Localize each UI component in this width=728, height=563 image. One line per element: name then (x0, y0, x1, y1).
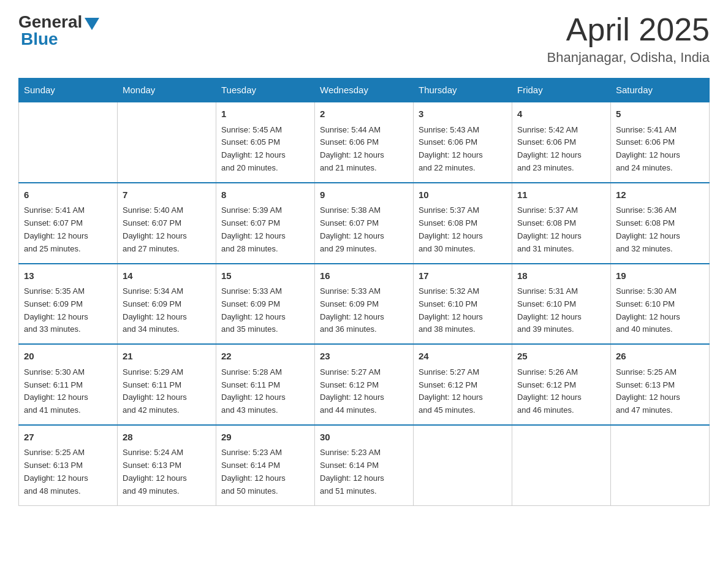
day-info: Sunrise: 5:29 AMSunset: 6:11 PMDaylight:… (123, 366, 211, 417)
calendar-cell: 12Sunrise: 5:36 AMSunset: 6:08 PMDayligh… (611, 183, 710, 264)
calendar-cell: 15Sunrise: 5:33 AMSunset: 6:09 PMDayligh… (216, 264, 315, 345)
day-info: Sunrise: 5:37 AMSunset: 6:08 PMDaylight:… (419, 204, 507, 255)
calendar-cell: 23Sunrise: 5:27 AMSunset: 6:12 PMDayligh… (315, 344, 414, 425)
day-number: 10 (419, 188, 507, 202)
day-number: 9 (320, 188, 408, 202)
day-info: Sunrise: 5:44 AMSunset: 6:06 PMDaylight:… (320, 124, 408, 175)
day-info: Sunrise: 5:33 AMSunset: 6:09 PMDaylight:… (320, 285, 408, 336)
day-number: 24 (419, 350, 507, 364)
day-info: Sunrise: 5:28 AMSunset: 6:11 PMDaylight:… (221, 366, 309, 417)
day-info: Sunrise: 5:32 AMSunset: 6:10 PMDaylight:… (419, 285, 507, 336)
calendar-cell: 6Sunrise: 5:41 AMSunset: 6:07 PMDaylight… (19, 183, 118, 264)
day-number: 30 (320, 431, 408, 445)
day-number: 12 (616, 188, 704, 202)
calendar-week-row: 1Sunrise: 5:45 AMSunset: 6:05 PMDaylight… (19, 102, 710, 183)
calendar-cell: 8Sunrise: 5:39 AMSunset: 6:07 PMDaylight… (216, 183, 315, 264)
weekday-header-monday: Monday (118, 79, 216, 102)
day-info: Sunrise: 5:40 AMSunset: 6:07 PMDaylight:… (123, 204, 211, 255)
calendar-cell: 21Sunrise: 5:29 AMSunset: 6:11 PMDayligh… (118, 344, 216, 425)
day-number: 28 (123, 431, 211, 445)
calendar-cell: 29Sunrise: 5:23 AMSunset: 6:14 PMDayligh… (216, 425, 315, 505)
calendar-cell: 7Sunrise: 5:40 AMSunset: 6:07 PMDaylight… (118, 183, 216, 264)
weekday-header-tuesday: Tuesday (216, 79, 315, 102)
day-info: Sunrise: 5:42 AMSunset: 6:06 PMDaylight:… (517, 124, 605, 175)
calendar-cell: 25Sunrise: 5:26 AMSunset: 6:12 PMDayligh… (512, 344, 611, 425)
day-number: 26 (616, 350, 704, 364)
calendar-cell: 24Sunrise: 5:27 AMSunset: 6:12 PMDayligh… (414, 344, 512, 425)
calendar-week-row: 20Sunrise: 5:30 AMSunset: 6:11 PMDayligh… (19, 344, 710, 425)
calendar-cell: 26Sunrise: 5:25 AMSunset: 6:13 PMDayligh… (611, 344, 710, 425)
calendar-cell: 9Sunrise: 5:38 AMSunset: 6:07 PMDaylight… (315, 183, 414, 264)
calendar-cell: 30Sunrise: 5:23 AMSunset: 6:14 PMDayligh… (315, 425, 414, 505)
calendar-cell: 18Sunrise: 5:31 AMSunset: 6:10 PMDayligh… (512, 264, 611, 345)
logo-blue-text: Blue (21, 29, 58, 49)
day-info: Sunrise: 5:30 AMSunset: 6:11 PMDaylight:… (24, 366, 112, 417)
calendar-cell: 1Sunrise: 5:45 AMSunset: 6:05 PMDaylight… (216, 102, 315, 183)
day-info: Sunrise: 5:27 AMSunset: 6:12 PMDaylight:… (419, 366, 507, 417)
day-info: Sunrise: 5:34 AMSunset: 6:09 PMDaylight:… (123, 285, 211, 336)
day-info: Sunrise: 5:25 AMSunset: 6:13 PMDaylight:… (24, 446, 112, 497)
day-info: Sunrise: 5:45 AMSunset: 6:05 PMDaylight:… (221, 124, 309, 175)
weekday-header-sunday: Sunday (19, 79, 118, 102)
calendar-cell: 11Sunrise: 5:37 AMSunset: 6:08 PMDayligh… (512, 183, 611, 264)
calendar-cell (512, 425, 611, 505)
day-info: Sunrise: 5:43 AMSunset: 6:06 PMDaylight:… (419, 124, 507, 175)
day-number: 8 (221, 188, 309, 202)
calendar-cell: 17Sunrise: 5:32 AMSunset: 6:10 PMDayligh… (414, 264, 512, 345)
day-info: Sunrise: 5:38 AMSunset: 6:07 PMDaylight:… (320, 204, 408, 255)
day-number: 13 (24, 269, 112, 283)
day-info: Sunrise: 5:24 AMSunset: 6:13 PMDaylight:… (123, 446, 211, 497)
day-info: Sunrise: 5:41 AMSunset: 6:06 PMDaylight:… (616, 124, 704, 175)
logo-arrow-icon (85, 18, 99, 30)
calendar-cell (118, 102, 216, 183)
calendar-cell: 10Sunrise: 5:37 AMSunset: 6:08 PMDayligh… (414, 183, 512, 264)
calendar-cell: 20Sunrise: 5:30 AMSunset: 6:11 PMDayligh… (19, 344, 118, 425)
weekday-header-saturday: Saturday (611, 79, 710, 102)
day-info: Sunrise: 5:39 AMSunset: 6:07 PMDaylight:… (221, 204, 309, 255)
day-info: Sunrise: 5:41 AMSunset: 6:07 PMDaylight:… (24, 204, 112, 255)
day-number: 2 (320, 107, 408, 121)
calendar-week-row: 6Sunrise: 5:41 AMSunset: 6:07 PMDaylight… (19, 183, 710, 264)
day-number: 21 (123, 350, 211, 364)
day-number: 20 (24, 350, 112, 364)
month-title: April 2025 (547, 12, 710, 47)
day-number: 16 (320, 269, 408, 283)
day-info: Sunrise: 5:37 AMSunset: 6:08 PMDaylight:… (517, 204, 605, 255)
calendar-cell (19, 102, 118, 183)
calendar-cell: 16Sunrise: 5:33 AMSunset: 6:09 PMDayligh… (315, 264, 414, 345)
day-number: 15 (221, 269, 309, 283)
day-info: Sunrise: 5:36 AMSunset: 6:08 PMDaylight:… (616, 204, 704, 255)
location-title: Bhanjanagar, Odisha, India (547, 50, 710, 66)
day-info: Sunrise: 5:23 AMSunset: 6:14 PMDaylight:… (320, 446, 408, 497)
day-number: 22 (221, 350, 309, 364)
day-number: 5 (616, 107, 704, 121)
day-number: 29 (221, 431, 309, 445)
calendar-cell: 28Sunrise: 5:24 AMSunset: 6:13 PMDayligh… (118, 425, 216, 505)
day-number: 11 (517, 188, 605, 202)
calendar-table: SundayMondayTuesdayWednesdayThursdayFrid… (18, 78, 710, 505)
calendar-cell: 19Sunrise: 5:30 AMSunset: 6:10 PMDayligh… (611, 264, 710, 345)
calendar-cell: 5Sunrise: 5:41 AMSunset: 6:06 PMDaylight… (611, 102, 710, 183)
day-info: Sunrise: 5:30 AMSunset: 6:10 PMDaylight:… (616, 285, 704, 336)
day-number: 18 (517, 269, 605, 283)
calendar-week-row: 27Sunrise: 5:25 AMSunset: 6:13 PMDayligh… (19, 425, 710, 505)
calendar-cell: 2Sunrise: 5:44 AMSunset: 6:06 PMDaylight… (315, 102, 414, 183)
weekday-header-thursday: Thursday (414, 79, 512, 102)
weekday-header-wednesday: Wednesday (315, 79, 414, 102)
day-info: Sunrise: 5:23 AMSunset: 6:14 PMDaylight:… (221, 446, 309, 497)
day-info: Sunrise: 5:25 AMSunset: 6:13 PMDaylight:… (616, 366, 704, 417)
day-number: 14 (123, 269, 211, 283)
calendar-cell (611, 425, 710, 505)
day-number: 23 (320, 350, 408, 364)
calendar-week-row: 13Sunrise: 5:35 AMSunset: 6:09 PMDayligh… (19, 264, 710, 345)
calendar-cell: 22Sunrise: 5:28 AMSunset: 6:11 PMDayligh… (216, 344, 315, 425)
day-info: Sunrise: 5:35 AMSunset: 6:09 PMDaylight:… (24, 285, 112, 336)
title-area: April 2025 Bhanjanagar, Odisha, India (547, 12, 710, 66)
calendar-cell: 3Sunrise: 5:43 AMSunset: 6:06 PMDaylight… (414, 102, 512, 183)
weekday-header-friday: Friday (512, 79, 611, 102)
day-number: 7 (123, 188, 211, 202)
day-number: 27 (24, 431, 112, 445)
day-number: 4 (517, 107, 605, 121)
calendar-cell: 4Sunrise: 5:42 AMSunset: 6:06 PMDaylight… (512, 102, 611, 183)
day-number: 1 (221, 107, 309, 121)
